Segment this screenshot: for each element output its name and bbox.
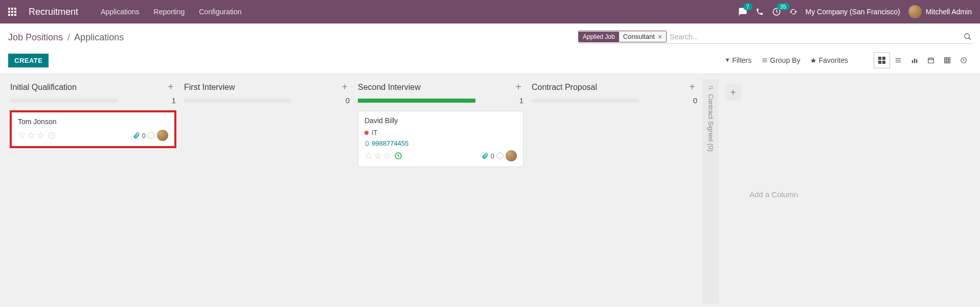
- column-progress-row: 0: [530, 96, 699, 108]
- apps-icon[interactable]: [8, 8, 16, 16]
- column-header: Initial Qualification +: [8, 79, 178, 96]
- column-progress-bar: [532, 99, 639, 103]
- activities-icon[interactable]: 35: [772, 7, 781, 16]
- card-title: Tom Jonson: [18, 117, 168, 126]
- column-count: 1: [515, 96, 523, 105]
- user-name: Mitchell Admin: [926, 8, 972, 16]
- svg-rect-1: [11, 8, 13, 10]
- nav-link-applications[interactable]: Applications: [101, 8, 140, 16]
- kanban-column-initial-qualification: Initial Qualification + 1 Tom Jonson ☆ ☆…: [6, 79, 180, 304]
- card-tags: IT: [364, 129, 517, 136]
- phone-icon[interactable]: [756, 8, 764, 16]
- svg-rect-17: [878, 61, 881, 64]
- star-icon[interactable]: ☆: [36, 130, 44, 141]
- assignee-avatar[interactable]: [157, 130, 168, 141]
- kanban-card[interactable]: David Billy IT 9988774455 ☆ ☆ ☆: [358, 111, 523, 167]
- svg-rect-2: [14, 8, 16, 10]
- view-pivot-icon[interactable]: [939, 52, 955, 68]
- column-progress-bar: [184, 99, 291, 103]
- svg-rect-7: [11, 14, 13, 16]
- view-calendar-icon[interactable]: [923, 52, 939, 68]
- create-button[interactable]: CREATE: [8, 54, 49, 67]
- column-count: 1: [168, 96, 176, 105]
- debug-icon[interactable]: [789, 8, 797, 16]
- search-options-wrap: Filters Group By Favorites: [443, 52, 972, 68]
- company-name[interactable]: My Company (San Francisco): [806, 8, 900, 16]
- column-title[interactable]: Initial Qualification: [10, 83, 166, 92]
- svg-rect-16: [882, 57, 885, 60]
- control-panel-top: Job Positions / Applications Applied Job…: [8, 31, 972, 44]
- messages-badge: 7: [743, 3, 753, 10]
- search-icon[interactable]: [964, 33, 972, 41]
- card-right: 0: [133, 130, 168, 141]
- kanban-state-icon[interactable]: [496, 152, 504, 159]
- svg-line-11: [969, 38, 971, 40]
- view-list-icon[interactable]: [890, 52, 906, 68]
- star-icon[interactable]: ☆: [383, 150, 391, 161]
- tag-label: IT: [372, 129, 378, 136]
- column-quick-add-icon[interactable]: +: [339, 81, 350, 93]
- nav-links: Applications Reporting Configuration: [101, 8, 241, 16]
- column-title[interactable]: Contract Proposal: [532, 83, 687, 92]
- column-progress-bar: [10, 99, 118, 103]
- column-quick-add-icon[interactable]: +: [687, 81, 697, 93]
- user-avatar: [908, 5, 922, 18]
- kanban-column-second-interview: Second Interview + 1 David Billy IT 9988…: [354, 79, 528, 304]
- activity-clock-icon[interactable]: [48, 131, 56, 139]
- svg-rect-3: [8, 11, 10, 13]
- svg-rect-4: [11, 11, 13, 13]
- attachment-icon[interactable]: [482, 152, 489, 159]
- breadcrumb-separator: /: [67, 32, 70, 42]
- svg-rect-15: [878, 57, 881, 60]
- card-phone[interactable]: 9988774455: [364, 139, 517, 147]
- attachment-icon[interactable]: [133, 132, 140, 139]
- search-input[interactable]: [670, 33, 964, 41]
- attachment-count: 0: [491, 152, 494, 160]
- tag-color-dot: [364, 131, 369, 135]
- filters-button[interactable]: Filters: [725, 56, 751, 64]
- control-panel: Job Positions / Applications Applied Job…: [0, 23, 980, 74]
- card-priority-stars[interactable]: ☆ ☆ ☆: [18, 130, 56, 141]
- user-menu[interactable]: Mitchell Admin: [908, 5, 972, 18]
- star-icon[interactable]: ☆: [18, 130, 26, 141]
- star-icon[interactable]: ☆: [364, 150, 373, 161]
- column-quick-add-icon[interactable]: +: [166, 81, 176, 93]
- svg-rect-18: [882, 61, 885, 64]
- add-column-button[interactable]: +: [725, 84, 741, 101]
- facet-label: Applied Job: [579, 32, 619, 42]
- kanban-state-icon[interactable]: [148, 132, 155, 139]
- column-quick-add-icon[interactable]: +: [513, 81, 523, 93]
- facet-remove-icon[interactable]: ×: [658, 33, 662, 40]
- card-priority-stars[interactable]: ☆ ☆ ☆: [364, 150, 402, 161]
- svg-rect-22: [912, 60, 913, 63]
- nav-link-reporting[interactable]: Reporting: [154, 8, 185, 16]
- column-title[interactable]: Second Interview: [358, 83, 513, 92]
- favorites-button[interactable]: Favorites: [810, 56, 848, 64]
- card-right: 0: [482, 150, 517, 161]
- card-footer: ☆ ☆ ☆ 0: [364, 150, 517, 161]
- app-brand[interactable]: Recruitment: [29, 7, 78, 17]
- messages-icon[interactable]: 7: [738, 7, 747, 16]
- star-icon[interactable]: ☆: [27, 130, 35, 141]
- view-graph-icon[interactable]: [906, 52, 923, 68]
- nav-link-configuration[interactable]: Configuration: [199, 8, 241, 16]
- breadcrumb-root[interactable]: Job Positions: [8, 32, 63, 42]
- search-options: Filters Group By Favorites: [725, 56, 848, 64]
- column-header: First Interview +: [182, 79, 352, 96]
- activity-clock-icon[interactable]: [394, 152, 402, 160]
- view-activity-icon[interactable]: [955, 52, 972, 68]
- column-title[interactable]: First Interview: [184, 83, 339, 92]
- kanban-column-folded-contract-signed[interactable]: ⇄ Contract Signed (0): [702, 79, 719, 304]
- assignee-avatar[interactable]: [506, 150, 517, 161]
- attachment-count: 0: [142, 132, 146, 139]
- group-by-button[interactable]: Group By: [762, 56, 800, 64]
- svg-rect-6: [8, 14, 10, 16]
- svg-point-10: [965, 34, 969, 38]
- star-icon[interactable]: ☆: [374, 150, 382, 161]
- view-kanban-icon[interactable]: [874, 52, 890, 68]
- column-count: 0: [689, 96, 697, 105]
- svg-rect-0: [8, 8, 10, 10]
- svg-rect-24: [916, 59, 917, 63]
- add-column-label[interactable]: Add a Column: [749, 190, 798, 199]
- kanban-card[interactable]: Tom Jonson ☆ ☆ ☆ 0: [10, 111, 176, 148]
